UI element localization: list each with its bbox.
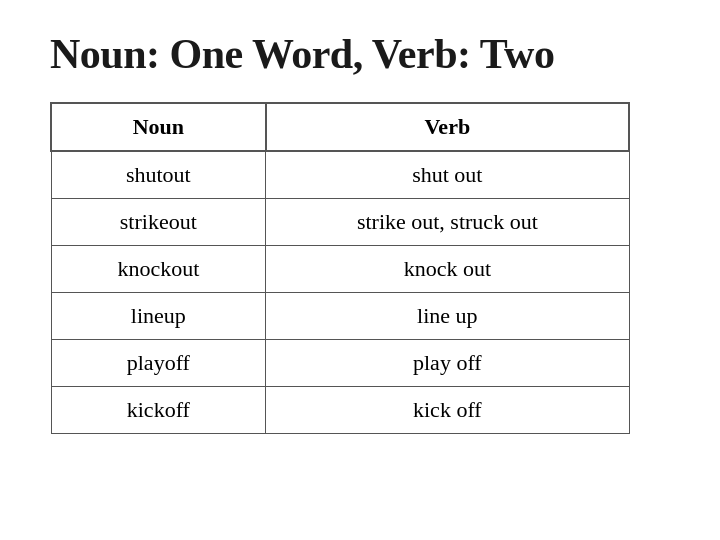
verb-cell: kick off xyxy=(266,387,629,434)
verb-cell: line up xyxy=(266,293,629,340)
noun-cell: shutout xyxy=(51,151,266,199)
verb-cell: shut out xyxy=(266,151,629,199)
verb-cell: knock out xyxy=(266,246,629,293)
table-row: lineupline up xyxy=(51,293,629,340)
table-row: kickoffkick off xyxy=(51,387,629,434)
noun-cell: playoff xyxy=(51,340,266,387)
table-row: knockoutknock out xyxy=(51,246,629,293)
verb-cell: play off xyxy=(266,340,629,387)
noun-cell: strikeout xyxy=(51,199,266,246)
noun-cell: knockout xyxy=(51,246,266,293)
noun-verb-table: Noun Verb shutoutshut outstrikeoutstrike… xyxy=(50,102,630,434)
column-header-noun: Noun xyxy=(51,103,266,151)
column-header-verb: Verb xyxy=(266,103,629,151)
noun-cell: lineup xyxy=(51,293,266,340)
table-row: strikeoutstrike out, struck out xyxy=(51,199,629,246)
table-row: playoffplay off xyxy=(51,340,629,387)
noun-cell: kickoff xyxy=(51,387,266,434)
verb-cell: strike out, struck out xyxy=(266,199,629,246)
page-title: Noun: One Word, Verb: Two xyxy=(50,30,554,78)
table-row: shutoutshut out xyxy=(51,151,629,199)
